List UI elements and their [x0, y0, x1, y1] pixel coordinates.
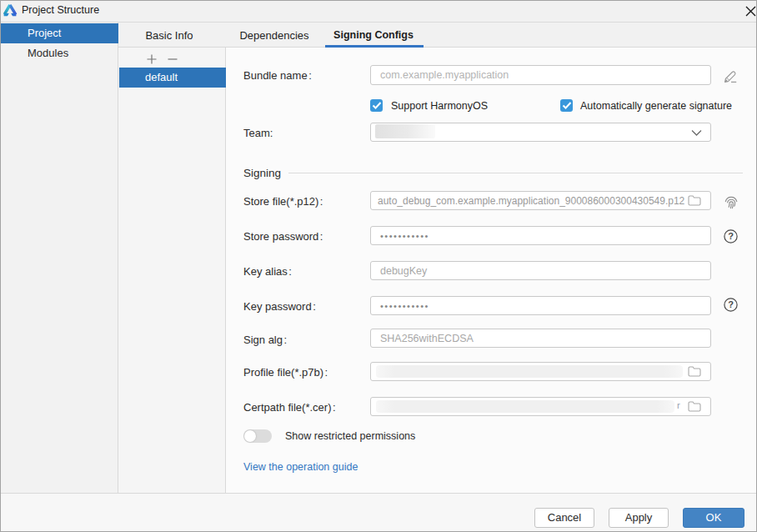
svg-text:?: ?: [728, 231, 734, 241]
svg-text:?: ?: [728, 299, 734, 309]
